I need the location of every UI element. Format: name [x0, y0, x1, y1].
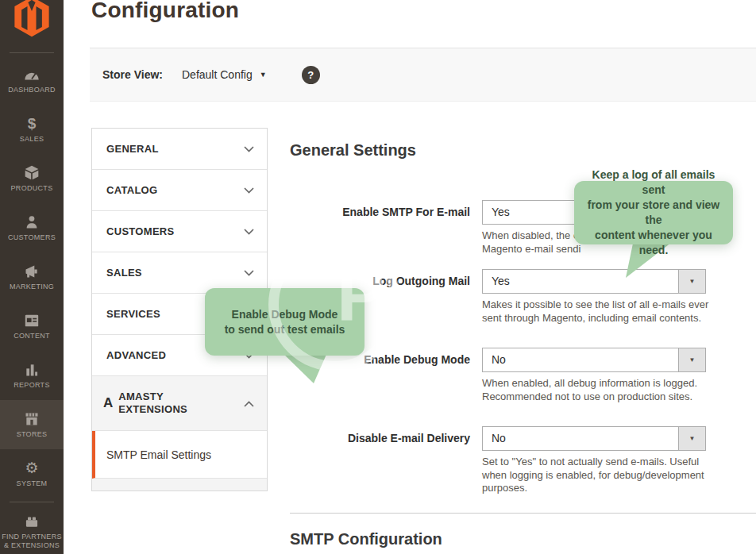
field-label: Disable E-mail Delivery — [290, 426, 470, 451]
nav-section-label: CUSTOMERS — [106, 225, 175, 237]
smtp-configuration-title: SMTP Configuration — [290, 530, 442, 548]
tooltip-debug-mode: Enable Debug Mode to send out test email… — [205, 288, 364, 356]
sidebar-item-label: PRODUCTS — [11, 184, 53, 193]
field-note: Set to "Yes" to not actually send e-mail… — [482, 456, 712, 495]
sidebar-item-stores[interactable]: STORES — [0, 400, 64, 449]
tooltip-log-emails: Keep a log of all emails sent from your … — [574, 181, 733, 244]
stores-icon — [24, 411, 40, 427]
nav-section-label: AMASTY EXTENSIONS — [118, 390, 187, 416]
chevron-down-icon — [244, 187, 254, 194]
sidebar-item-sales[interactable]: $ SALES — [0, 105, 64, 154]
question-help-icon[interactable]: ? — [302, 66, 320, 84]
nav-section-customers[interactable]: CUSTOMERS — [92, 211, 267, 252]
select-value: No — [492, 348, 506, 371]
sidebar-item-label: REPORTS — [14, 381, 49, 390]
extensions-icon — [24, 514, 40, 529]
store-view-bar: Store View: Default Config ▼ ? — [90, 48, 756, 102]
sidebar-item-dashboard[interactable]: DASHBOARD — [0, 56, 64, 105]
select-arrow-icon[interactable]: ▼ — [678, 270, 705, 293]
page-title: Configuration — [91, 0, 239, 25]
sidebar-item-label: CUSTOMERS — [8, 233, 56, 242]
chevron-down-icon — [244, 270, 254, 276]
sidebar-item-reports[interactable]: REPORTS — [0, 351, 64, 400]
dashboard-icon — [23, 67, 40, 83]
sidebar-item-system[interactable]: ⚙ SYSTEM — [0, 449, 64, 498]
nav-item-smtp-email-settings[interactable]: SMTP Email Settings — [92, 431, 267, 479]
select-value: Yes — [492, 201, 510, 224]
admin-sidebar: DASHBOARD $ SALES PRODUCTS CUSTOMERS MAR… — [0, 0, 64, 554]
sidebar-item-label: STORES — [17, 430, 48, 439]
nav-section-amasty-extensions[interactable]: A AMASTY EXTENSIONS — [92, 376, 267, 431]
nav-section-general[interactable]: GENERAL — [92, 129, 267, 170]
sidebar-item-label: FIND PARTNERS & EXTENSIONS — [2, 533, 62, 550]
nav-section-label: ADVANCED — [106, 349, 166, 361]
select-value: Yes — [492, 270, 510, 293]
section-divider — [290, 513, 756, 514]
chevron-down-icon — [244, 229, 254, 235]
field-note: Makes it possible to see the list of all… — [482, 298, 712, 325]
nav-section-label: SALES — [106, 267, 142, 279]
reports-icon — [24, 362, 40, 378]
amasty-icon: A — [103, 395, 113, 411]
magento-logo[interactable] — [0, 0, 64, 49]
sidebar-item-label: SYSTEM — [17, 479, 48, 488]
nav-section-label: GENERAL — [106, 143, 159, 155]
general-settings-title: General Settings — [290, 141, 416, 160]
sidebar-item-label: DASHBOARD — [8, 86, 56, 94]
marketing-icon — [24, 264, 40, 279]
products-icon — [24, 165, 40, 181]
store-view-select[interactable]: Default Config ▼ — [182, 68, 267, 81]
field-label: Enable SMTP For E-mail — [290, 200, 470, 225]
sidebar-item-label: CONTENT — [14, 332, 50, 340]
nav-section-label: CATALOG — [106, 184, 157, 196]
sidebar-divider — [10, 52, 54, 53]
nav-section-catalog[interactable]: CATALOG — [92, 170, 267, 211]
enable-debug-mode-select[interactable]: No ▼ — [482, 348, 706, 372]
chevron-down-icon: ▼ — [260, 71, 267, 79]
nav-section-label: SERVICES — [106, 308, 160, 320]
sidebar-item-label: SALES — [20, 135, 44, 144]
store-view-label: Store View: — [102, 68, 163, 81]
sales-icon: $ — [28, 116, 37, 132]
chevron-down-icon — [244, 146, 254, 152]
disable-email-delivery-select[interactable]: No ▼ — [482, 426, 706, 451]
sidebar-item-content[interactable]: CONTENT — [0, 302, 64, 351]
customers-icon — [25, 214, 39, 230]
sidebar-item-label: MARKETING — [10, 283, 54, 291]
sidebar-item-products[interactable]: PRODUCTS — [0, 154, 64, 203]
select-value: No — [492, 427, 506, 450]
select-arrow-icon[interactable]: ▼ — [678, 348, 705, 371]
select-arrow-icon[interactable]: ▼ — [678, 427, 705, 450]
chevron-up-icon — [244, 396, 254, 410]
nav-item-label: SMTP Email Settings — [106, 448, 211, 461]
sidebar-item-customers[interactable]: CUSTOMERS — [0, 203, 64, 252]
field-note: When enabled, all debug information is l… — [482, 377, 712, 403]
store-view-value: Default Config — [182, 68, 253, 81]
system-icon: ⚙ — [25, 460, 38, 476]
magento-logo-icon — [14, 0, 50, 37]
sidebar-divider — [10, 502, 54, 502]
content-icon — [24, 313, 40, 329]
sidebar-item-find-partners[interactable]: FIND PARTNERS & EXTENSIONS — [0, 505, 64, 554]
sidebar-item-marketing[interactable]: MARKETING — [0, 252, 64, 302]
nav-footer-strip — [92, 479, 267, 491]
